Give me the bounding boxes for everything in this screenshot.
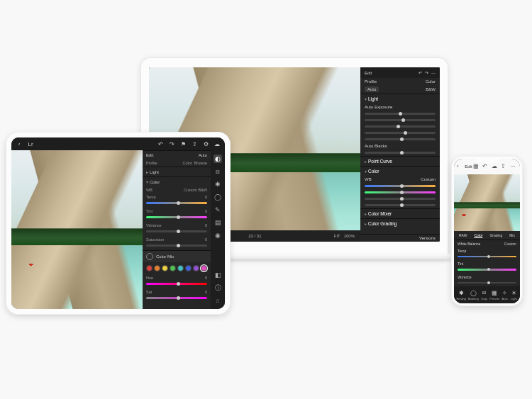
back-icon[interactable]: ‹ xyxy=(457,163,464,170)
color-swatch-6[interactable] xyxy=(193,265,199,271)
section-color[interactable]: Color xyxy=(360,166,440,176)
blacks-slider[interactable] xyxy=(365,152,436,154)
tab-grading[interactable]: Grading xyxy=(489,233,502,237)
vibrance-slider[interactable] xyxy=(146,230,207,232)
undo-icon[interactable]: ↶ xyxy=(482,163,489,170)
color-swatch-0[interactable] xyxy=(146,265,153,271)
zoom-level[interactable]: 100% xyxy=(344,234,355,238)
profile-value[interactable]: Color xyxy=(183,161,192,165)
presets-icon: ▦ xyxy=(491,289,498,296)
redo-icon[interactable]: ↷ xyxy=(425,70,428,75)
bw-button[interactable]: B&W xyxy=(426,87,436,91)
auto-button[interactable]: Auto xyxy=(199,153,207,157)
vibrance-slider[interactable] xyxy=(458,282,516,284)
wb-label: WB xyxy=(365,177,372,181)
temp-slider[interactable] xyxy=(458,256,516,258)
presets-tool[interactable]: ▦Presets xyxy=(489,289,499,300)
settings-icon[interactable]: ⚙ xyxy=(202,140,209,147)
healing-tool-icon[interactable]: ✱ xyxy=(214,180,222,189)
wb-value[interactable]: Custom xyxy=(184,188,197,192)
target-icon[interactable] xyxy=(146,253,153,260)
fit-button[interactable]: FIT xyxy=(334,234,340,238)
filmstrip-icon[interactable]: ▦ xyxy=(473,163,480,170)
mix-sat-slider[interactable] xyxy=(146,297,207,299)
auto-button[interactable]: Auto xyxy=(365,86,379,92)
highlights-slider[interactable] xyxy=(365,125,436,128)
section-light[interactable]: Light xyxy=(143,167,211,176)
section-color-mixer[interactable]: Color Mixer xyxy=(360,208,440,218)
radial-tool-icon[interactable]: ◉ xyxy=(214,231,222,240)
exposure-slider[interactable] xyxy=(365,113,436,115)
more-icon[interactable]: ⋯ xyxy=(431,70,436,75)
mode-label[interactable]: Edit xyxy=(465,164,472,169)
tint-slider[interactable] xyxy=(146,216,207,218)
color-swatch-1[interactable] xyxy=(154,265,160,271)
profile-label: Profile xyxy=(146,161,157,165)
temp-slider[interactable] xyxy=(365,185,436,187)
crop-tool[interactable]: ⧈Crop xyxy=(481,289,488,300)
tint-label: Tint xyxy=(146,209,153,213)
undo-icon[interactable]: ↶ xyxy=(157,140,164,147)
color-swatch-2[interactable] xyxy=(162,265,168,271)
temp-label: Temp xyxy=(146,195,155,199)
color-swatch-7[interactable] xyxy=(201,265,207,271)
whites-slider[interactable] xyxy=(365,138,436,140)
light-tool[interactable]: ☀Light xyxy=(511,289,518,300)
phone-edit-panel: RAW Color Grading Mix White Balance Cust… xyxy=(454,231,520,304)
tint-value: 0 xyxy=(205,209,207,213)
sat-label: Sat xyxy=(146,290,152,294)
tab-color[interactable]: Color xyxy=(474,233,482,237)
tint-slider[interactable] xyxy=(458,269,516,271)
back-icon[interactable]: ‹ xyxy=(16,140,23,147)
color-swatch-5[interactable] xyxy=(185,265,192,271)
crop-tool-icon[interactable]: ⧈ xyxy=(214,167,222,176)
temp-slider[interactable] xyxy=(146,202,207,204)
info-icon[interactable]: ⓘ xyxy=(214,283,222,292)
compare-icon[interactable]: ◧ xyxy=(214,271,222,279)
tablet-viewport[interactable] xyxy=(11,150,143,309)
auto-tool[interactable]: ✧Auto xyxy=(501,289,509,300)
phone-viewport[interactable] xyxy=(454,174,520,231)
cloud-icon[interactable]: ☁ xyxy=(214,140,221,147)
mask-tool-icon[interactable]: ◯ xyxy=(214,193,222,201)
versions-button[interactable]: Versions xyxy=(419,236,436,240)
share-icon[interactable]: ⇪ xyxy=(191,140,198,147)
tablet-topbar: ‹ Lr ↶ ↷ ⚑ ⇪ ⚙ ☁ xyxy=(11,137,225,150)
gradient-tool-icon[interactable]: ▤ xyxy=(214,218,222,227)
tablet-edit-panel: Edit Auto Profile Color Browse Light Col… xyxy=(143,150,211,309)
undo-icon[interactable]: ↶ xyxy=(419,70,422,75)
tag-icon[interactable]: ⌂ xyxy=(214,296,222,305)
profile-value[interactable]: Color xyxy=(426,79,436,84)
redo-icon[interactable]: ↷ xyxy=(168,140,175,147)
hue-slider[interactable] xyxy=(146,283,207,285)
shadows-slider[interactable] xyxy=(365,132,436,134)
contrast-slider[interactable] xyxy=(365,119,436,121)
adjust-tool-icon[interactable]: ◐ xyxy=(214,154,222,163)
tint-slider[interactable] xyxy=(365,191,436,193)
more-icon[interactable]: ⋯ xyxy=(510,163,517,170)
saturation-slider[interactable] xyxy=(146,245,207,247)
tab-mix[interactable]: Mix xyxy=(509,233,515,237)
light-icon: ☀ xyxy=(511,289,518,296)
color-swatch-4[interactable] xyxy=(177,265,184,271)
bw-toggle[interactable]: B&W xyxy=(198,188,207,192)
section-light[interactable]: Light xyxy=(360,94,440,103)
flag-icon[interactable]: ⚑ xyxy=(179,140,187,147)
profile-label: Profile xyxy=(365,79,377,84)
saturation-slider[interactable] xyxy=(365,204,436,206)
cloud-icon[interactable]: ☁ xyxy=(492,163,499,170)
section-color-grading[interactable]: Color Grading xyxy=(360,218,440,228)
vibrance-slider[interactable] xyxy=(365,198,436,200)
browse-button[interactable]: Browse xyxy=(194,161,207,165)
color-swatch-3[interactable] xyxy=(170,265,176,271)
tab-raw[interactable]: RAW xyxy=(459,233,467,237)
color-mix-label[interactable]: Color Mix xyxy=(156,254,174,259)
masking-tool[interactable]: ◯Masking xyxy=(468,289,479,300)
section-point-curve[interactable]: Point Curve xyxy=(360,156,440,166)
share-icon[interactable]: ⇪ xyxy=(501,163,508,170)
wb-value[interactable]: Custom xyxy=(421,177,436,181)
wb-value[interactable]: Custom xyxy=(504,242,516,246)
brush-tool-icon[interactable]: ✎ xyxy=(214,206,222,214)
section-color[interactable]: Color xyxy=(143,176,211,186)
healing-tool[interactable]: ✱Healing xyxy=(456,289,466,300)
